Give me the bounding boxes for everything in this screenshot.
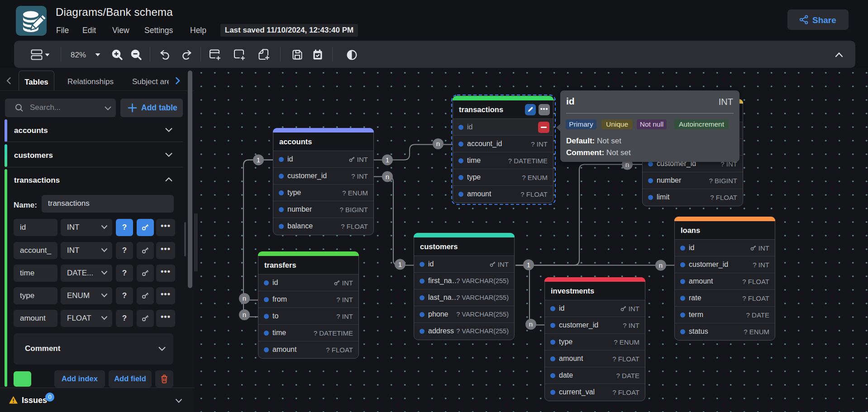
svg-text:n: n <box>386 173 389 180</box>
svg-text:n: n <box>659 261 663 269</box>
svg-text:1: 1 <box>386 156 389 164</box>
svg-text:1: 1 <box>398 260 402 268</box>
svg-text:n: n <box>529 320 533 328</box>
svg-text:n: n <box>436 140 440 147</box>
svg-text:n: n <box>243 294 246 302</box>
svg-text:1: 1 <box>527 261 530 269</box>
svg-text:n: n <box>243 311 246 318</box>
svg-text:1: 1 <box>257 156 260 164</box>
